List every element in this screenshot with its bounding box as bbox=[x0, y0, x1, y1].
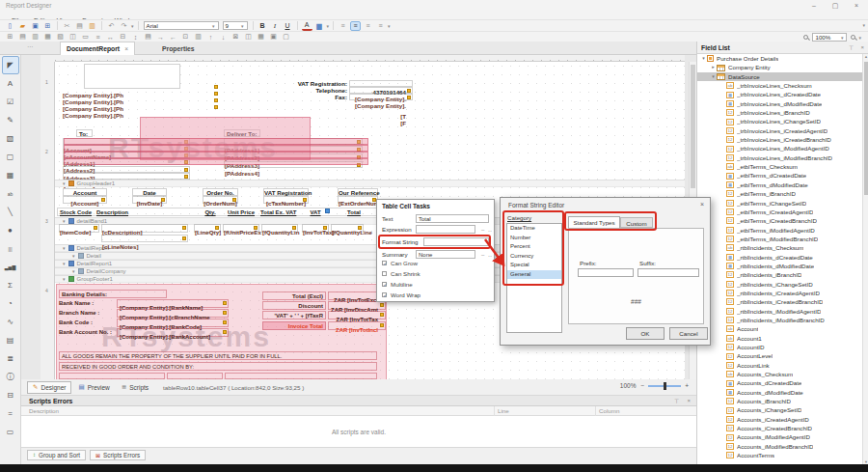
tab-preview[interactable]: ▤Preview bbox=[73, 381, 114, 394]
header-info-row[interactable]: Fax:[Company Entity].[F bbox=[289, 94, 415, 100]
field-item[interactable]: ▦_trbInvoiceLines_dModifiedDate bbox=[697, 99, 863, 108]
field-item[interactable]: 12_rtblIncidents_iCreatedBranchID bbox=[697, 297, 863, 306]
new-document-icon[interactable]: ▯ bbox=[5, 21, 15, 31]
close-icon[interactable]: × bbox=[124, 45, 128, 52]
field-item[interactable]: 12AccountLink bbox=[697, 361, 863, 370]
field-item[interactable]: ▦_etblTerms_dModifiedDate bbox=[697, 180, 863, 189]
suffix-input[interactable] bbox=[637, 268, 699, 277]
cross-band-box-tool[interactable]: ▭ bbox=[2, 423, 19, 441]
detail-cell[interactable]: [fQuantityLine bbox=[331, 224, 364, 233]
column-column[interactable]: Column bbox=[599, 407, 619, 414]
barcode-tool[interactable]: ||| bbox=[2, 239, 19, 258]
column-header-cell[interactable]: Unit Price bbox=[228, 208, 255, 216]
chart-tool[interactable]: ▃▅▇ bbox=[2, 258, 19, 276]
field-item[interactable]: 12_trbInvoiceLines_iCreatedBranchID bbox=[697, 135, 863, 144]
field-item[interactable]: 12_trbInvoiceLines_iModifiedAgentID bbox=[697, 144, 863, 153]
info-value-cell[interactable]: [cTaxNumber] bbox=[263, 196, 309, 204]
field-item[interactable]: ▦Accounts_dCreatedDate bbox=[697, 378, 863, 387]
field-list-scrollbar[interactable]: ▲ ▼ bbox=[862, 54, 868, 464]
field-item[interactable]: 12Accounts_iCreatedAgentID bbox=[697, 415, 863, 424]
field-item[interactable]: 12_etblTerms_iModifiedBranchID bbox=[697, 235, 863, 243]
tab-standard-types[interactable]: Standard Types bbox=[568, 216, 620, 228]
address-field[interactable]: [Address4] bbox=[63, 173, 190, 180]
field-item[interactable]: 12Accounts_iBranchID bbox=[697, 397, 863, 405]
checkbox-icon[interactable] bbox=[382, 282, 387, 287]
address-field[interactable]: [Address3] bbox=[63, 166, 190, 173]
send-back-icon[interactable]: ▢ bbox=[281, 32, 291, 42]
zoom-combo[interactable]: 100%▾ bbox=[812, 33, 847, 42]
open-icon[interactable]: ▰ bbox=[17, 21, 28, 31]
field-item[interactable]: 12_rtblIncidents_iCreatedAgentID bbox=[697, 289, 863, 297]
align-center-icon[interactable]: ≡ bbox=[350, 21, 361, 31]
field-item[interactable]: 12AccountID bbox=[697, 343, 863, 351]
info-header-cell[interactable]: VAT Registration bbox=[263, 188, 309, 196]
option-checkbox[interactable]: Can Shrink bbox=[382, 268, 491, 279]
toolbar-overflow-icon[interactable]: ▾ bbox=[862, 22, 865, 28]
category-item[interactable]: Currency bbox=[507, 252, 561, 262]
info-header-cell[interactable]: Date bbox=[132, 188, 167, 196]
highlight-color-icon[interactable]: ▆ bbox=[314, 21, 325, 31]
field-item[interactable]: 12_etblTerms_iBranchID bbox=[697, 189, 863, 198]
copy-icon[interactable]: ▤ bbox=[74, 21, 85, 31]
info-header-cell[interactable]: Order No. bbox=[203, 188, 238, 196]
field-item[interactable]: 12Accounts_iModifiedAgentID bbox=[697, 432, 863, 441]
tab-overflow-icon[interactable]: ⋯ bbox=[27, 42, 33, 49]
clipboard-tool[interactable]: ▤ bbox=[2, 331, 19, 349]
cut-icon[interactable]: ✂ bbox=[62, 21, 72, 31]
field-item[interactable]: 12_rtblIncidents_iModifiedBranchID bbox=[697, 316, 863, 324]
tab-properties[interactable]: Properties bbox=[154, 42, 203, 55]
signature-cell[interactable] bbox=[59, 373, 165, 379]
field-item[interactable]: 12_trbInvoiceLines_iModifiedBranchID bbox=[697, 153, 863, 162]
signature-cell[interactable] bbox=[167, 373, 223, 379]
align-lefts-icon[interactable]: ▥ bbox=[30, 32, 41, 42]
field-item[interactable]: 12_rtblIncidents_iModifiedAgentID bbox=[697, 307, 863, 316]
tab-document-report[interactable]: DocumentReport× bbox=[60, 42, 135, 55]
maximize-button[interactable]: ▢ bbox=[827, 1, 843, 10]
terms-line[interactable]: ALL GOODS REMAIN THE PROPERTY OF THE SUP… bbox=[59, 351, 377, 360]
page-break-tool[interactable]: ⊟ bbox=[2, 386, 19, 404]
option-checkbox[interactable]: Multiline bbox=[382, 279, 491, 290]
align-bottoms-icon[interactable]: ≡ bbox=[93, 32, 103, 42]
tab-group-and-sort[interactable]: ↕Group and Sort bbox=[27, 450, 86, 460]
field-item[interactable]: 12_trbInvoiceLines_iChangeSetID bbox=[697, 117, 863, 125]
checkbox-icon[interactable] bbox=[382, 261, 387, 265]
info-value-cell[interactable]: [ExtOrderNum] bbox=[338, 196, 378, 204]
company-entity-field[interactable]: [Company Entity].[Ph bbox=[63, 84, 219, 91]
field-item[interactable]: ▦_rtblIncidents_dModifiedDate bbox=[697, 262, 863, 270]
zoom-dropdown-icon[interactable]: ▾ bbox=[858, 35, 861, 41]
align-justify-icon[interactable]: ≡ bbox=[375, 21, 386, 31]
scrollbar-thumb[interactable] bbox=[691, 65, 695, 188]
font-size-combo[interactable]: 9▾ bbox=[223, 21, 248, 30]
pivot-grid-tool[interactable]: Σ bbox=[2, 276, 19, 294]
label-tool[interactable]: A bbox=[2, 74, 19, 93]
center-horizontal-icon[interactable]: ◫ bbox=[243, 32, 254, 42]
align-centers-icon[interactable]: ▦ bbox=[42, 32, 53, 42]
character-comb-tool[interactable]: ab bbox=[2, 184, 19, 203]
company-entity-field[interactable]: [Company Entity].[Ph bbox=[63, 104, 219, 111]
category-item[interactable]: Number bbox=[507, 234, 561, 243]
info-value-cell[interactable]: [Account] bbox=[63, 196, 107, 204]
pin-icon[interactable]: ⊤ bbox=[849, 44, 854, 51]
v-space-equal-icon[interactable]: ▥ bbox=[193, 32, 203, 42]
font-name-combo[interactable]: Arial▾ bbox=[144, 21, 219, 30]
paste-icon[interactable]: ▥ bbox=[87, 21, 97, 31]
category-item[interactable]: Percent bbox=[507, 242, 561, 252]
redo-dropdown-icon[interactable]: ▾ bbox=[131, 23, 134, 29]
align-right-icon[interactable]: ≡ bbox=[363, 21, 373, 31]
highlight-dropdown-icon[interactable]: ▾ bbox=[327, 23, 330, 29]
h-space-remove-icon[interactable]: ⊡ bbox=[180, 32, 191, 42]
align-middles-icon[interactable]: ▭ bbox=[80, 32, 91, 42]
same-width-icon[interactable]: ↔ bbox=[105, 32, 116, 42]
field-item[interactable]: 12_etblTerms_iCreatedBranchID bbox=[697, 216, 863, 225]
h-space-increase-icon[interactable]: → bbox=[155, 32, 166, 42]
align-to-grid-icon[interactable]: ▤ bbox=[17, 32, 28, 42]
column-header-cell[interactable]: VAT bbox=[309, 208, 322, 216]
expander-icon[interactable]: ▾ bbox=[710, 72, 717, 81]
column-header-cell[interactable]: Qty. bbox=[201, 208, 220, 216]
subreport-tool[interactable]: ≣ bbox=[2, 349, 19, 368]
save-all-icon[interactable]: ⊞ bbox=[42, 21, 53, 31]
column-header-cell[interactable]: Stock Code bbox=[60, 208, 96, 216]
close-button[interactable]: × bbox=[849, 1, 864, 10]
field-item[interactable]: 12_rtblIncidents_iBranchID bbox=[697, 270, 863, 279]
close-icon[interactable]: × bbox=[700, 201, 704, 208]
